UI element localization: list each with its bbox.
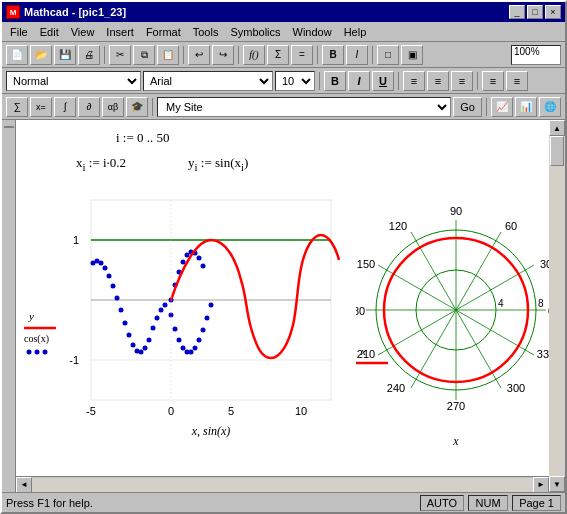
paste-button[interactable]: 📋 — [157, 45, 179, 65]
menu-window[interactable]: Window — [287, 24, 338, 40]
svg-text:30: 30 — [540, 258, 549, 270]
open-button[interactable]: 📂 — [30, 45, 52, 65]
bold-button[interactable]: B — [322, 45, 344, 65]
canvas-area[interactable]: i := 0 .. 50 xi := i·0.2 yi := sin(xi) — [16, 120, 549, 476]
main-window: M Mathcad - [pic1_23] _ □ × File Edit Vi… — [0, 0, 567, 514]
align-right-button[interactable]: ≡ — [451, 71, 473, 91]
size-combo[interactable]: 10 — [275, 71, 315, 91]
svg-text:150: 150 — [357, 258, 375, 270]
svg-point-40 — [123, 321, 128, 326]
save-button[interactable]: 💾 — [54, 45, 76, 65]
menu-tools[interactable]: Tools — [187, 24, 225, 40]
graph2-button[interactable]: 📊 — [515, 97, 537, 117]
scroll-track-bottom[interactable] — [32, 478, 533, 492]
scroll-thumb[interactable] — [550, 136, 564, 166]
svg-text:-5: -5 — [86, 405, 96, 417]
url-combo[interactable]: My Site — [157, 97, 451, 117]
separator1 — [104, 46, 105, 64]
new-button[interactable]: 📄 — [6, 45, 28, 65]
status-page: Page 1 — [512, 495, 561, 511]
italic-format-button[interactable]: I — [348, 71, 370, 91]
alpha-button[interactable]: αβ — [102, 97, 124, 117]
print-button[interactable]: 🖨 — [78, 45, 100, 65]
minimize-button[interactable]: _ — [509, 5, 525, 19]
svg-text:90: 90 — [450, 205, 462, 217]
svg-point-34 — [147, 338, 152, 343]
partial-button[interactable]: ∂ — [78, 97, 100, 117]
globe-button[interactable]: 🌐 — [539, 97, 561, 117]
menu-edit[interactable]: Edit — [34, 24, 65, 40]
italic-button[interactable]: I — [346, 45, 368, 65]
function-button[interactable]: f() — [243, 45, 265, 65]
close-button[interactable]: × — [545, 5, 561, 19]
svg-point-18 — [201, 264, 206, 269]
title-bar: M Mathcad - [pic1_23] _ □ × — [2, 2, 565, 22]
align-center-button[interactable]: ≡ — [427, 71, 449, 91]
svg-text:270: 270 — [447, 400, 465, 412]
svg-point-13 — [181, 260, 186, 265]
go-button[interactable]: Go — [453, 97, 482, 117]
menu-view[interactable]: View — [65, 24, 101, 40]
align-left-button[interactable]: ≡ — [403, 71, 425, 91]
separator6 — [319, 72, 320, 90]
scroll-up-button[interactable]: ▲ — [549, 120, 565, 136]
graph-button[interactable]: 📈 — [491, 97, 513, 117]
svg-text:x, sin(x): x, sin(x) — [191, 424, 231, 438]
scroll-track-right[interactable] — [549, 136, 565, 476]
menu-format[interactable]: Format — [140, 24, 187, 40]
svg-point-22 — [181, 346, 186, 351]
svg-text:x: x — [360, 345, 366, 357]
svg-text:300: 300 — [507, 382, 525, 394]
cartesian-plot: -5 0 5 10 1 -1 — [21, 180, 351, 460]
calculator-button[interactable]: ∑ — [6, 97, 28, 117]
menu-insert[interactable]: Insert — [100, 24, 140, 40]
menu-file[interactable]: File — [4, 24, 34, 40]
toolbar2: Normal Arial 10 B I U ≡ ≡ ≡ ≡ ≡ — [2, 68, 565, 94]
separator4 — [317, 46, 318, 64]
style-combo[interactable]: Normal — [6, 71, 141, 91]
equation1: i := 0 .. 50 — [116, 130, 170, 146]
title-bar-left: M Mathcad - [pic1_23] — [6, 5, 126, 19]
tb-btn2[interactable]: ▣ — [401, 45, 423, 65]
svg-text:y: y — [28, 310, 34, 322]
grad-button[interactable]: 🎓 — [126, 97, 148, 117]
list2-button[interactable]: ≡ — [506, 71, 528, 91]
status-bar: Press F1 for help. AUTO NUM Page 1 — [2, 492, 565, 512]
font-combo[interactable]: Arial — [143, 71, 273, 91]
svg-point-42 — [115, 296, 120, 301]
redo-button[interactable]: ↪ — [212, 45, 234, 65]
copy-button[interactable]: ⧉ — [133, 45, 155, 65]
main-area: i := 0 .. 50 xi := i·0.2 yi := sin(xi) — [2, 120, 565, 492]
svg-text:240: 240 — [387, 382, 405, 394]
menu-help[interactable]: Help — [338, 24, 373, 40]
menu-symbolics[interactable]: Symbolics — [224, 24, 286, 40]
maximize-button[interactable]: □ — [527, 5, 543, 19]
svg-point-31 — [163, 303, 168, 308]
tb-btn1[interactable]: □ — [377, 45, 399, 65]
svg-point-41 — [119, 308, 124, 313]
svg-text:210: 210 — [357, 348, 375, 360]
sum-button[interactable]: Σ — [267, 45, 289, 65]
cut-button[interactable]: ✂ — [109, 45, 131, 65]
xeq-button[interactable]: x= — [30, 97, 52, 117]
scroll-right-button[interactable]: ► — [533, 477, 549, 493]
svg-point-25 — [193, 346, 198, 351]
equation2: xi := i·0.2 yi := sin(xi) — [76, 155, 248, 173]
underline-format-button[interactable]: U — [372, 71, 394, 91]
svg-text:0: 0 — [548, 305, 549, 317]
svg-point-54 — [27, 350, 32, 355]
scroll-left-button[interactable]: ◄ — [16, 477, 32, 493]
list-button[interactable]: ≡ — [482, 71, 504, 91]
polar-plot: 90 60 30 0 330 300 270 240 210 180 150 1… — [356, 180, 549, 460]
scroll-down-button[interactable]: ▼ — [549, 476, 565, 492]
equals-button[interactable]: = — [291, 45, 313, 65]
undo-button[interactable]: ↩ — [188, 45, 210, 65]
svg-point-32 — [155, 316, 160, 321]
svg-text:120: 120 — [389, 220, 407, 232]
svg-point-28 — [205, 316, 210, 321]
zoom-combo[interactable]: 100% — [511, 45, 561, 65]
svg-point-45 — [103, 266, 108, 271]
svg-point-24 — [189, 350, 194, 355]
bold-format-button[interactable]: B — [324, 71, 346, 91]
integral-button[interactable]: ∫ — [54, 97, 76, 117]
